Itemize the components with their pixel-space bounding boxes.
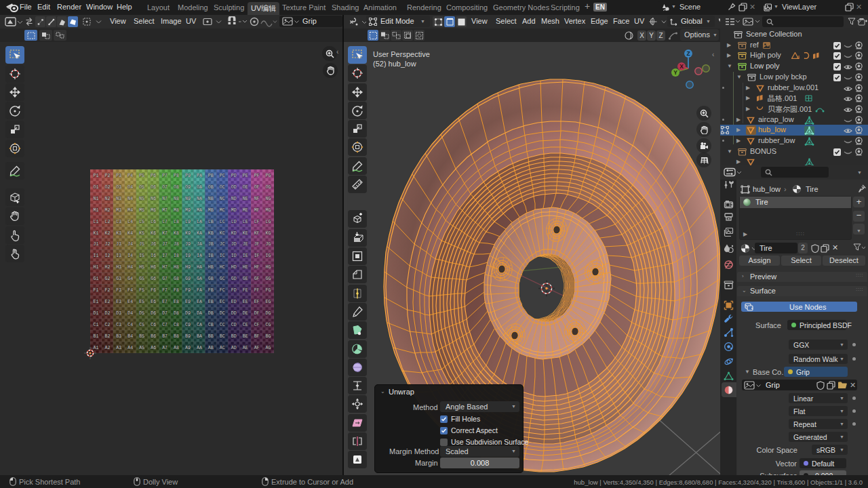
- svg-text:F5: F5: [139, 288, 144, 293]
- svg-text:NG: NG: [266, 197, 271, 201]
- svg-text:F8: F8: [174, 288, 179, 293]
- svg-text:BF: BF: [254, 334, 260, 339]
- svg-text:P1: P1: [94, 174, 99, 178]
- svg-text:HE: HE: [243, 265, 248, 270]
- svg-text:F4: F4: [127, 288, 133, 293]
- svg-text:K7: K7: [162, 231, 167, 236]
- svg-text:F2: F2: [104, 288, 110, 293]
- svg-text:KG: KG: [266, 231, 271, 236]
- svg-text:AE: AE: [243, 346, 248, 350]
- svg-text:X: X: [679, 63, 684, 70]
- svg-text:C7: C7: [162, 323, 167, 327]
- svg-text:FA: FA: [197, 288, 202, 293]
- svg-text:DF: DF: [254, 311, 260, 316]
- svg-text:E1: E1: [94, 300, 99, 304]
- svg-text:B9: B9: [185, 334, 191, 339]
- svg-text:P2: P2: [104, 174, 110, 178]
- svg-text:L5: L5: [139, 220, 144, 224]
- svg-text:LF: LF: [254, 220, 260, 224]
- svg-text:G5: G5: [139, 277, 144, 281]
- svg-text:JG: JG: [266, 242, 271, 247]
- svg-text:P3: P3: [116, 174, 121, 178]
- svg-text:LC: LC: [220, 220, 225, 224]
- svg-text:F7: F7: [162, 288, 167, 293]
- svg-text:O2: O2: [104, 185, 110, 190]
- svg-text:GG: GG: [266, 277, 271, 281]
- svg-text:L8: L8: [174, 220, 179, 224]
- svg-text:BB: BB: [208, 334, 214, 339]
- svg-text:FB: FB: [208, 288, 214, 293]
- svg-text:EA: EA: [197, 300, 202, 304]
- svg-text:L9: L9: [185, 220, 191, 224]
- svg-text:C5: C5: [139, 323, 144, 327]
- svg-text:GA: GA: [197, 277, 202, 281]
- svg-text:CA: CA: [197, 323, 202, 327]
- svg-text:G4: G4: [127, 277, 133, 281]
- svg-text:DD: DD: [231, 311, 237, 316]
- svg-text:GD: GD: [231, 277, 237, 281]
- svg-text:B6: B6: [151, 334, 156, 339]
- svg-text:B1: B1: [94, 334, 99, 339]
- svg-text:C4: C4: [127, 323, 133, 327]
- svg-text:FE: FE: [243, 288, 248, 293]
- svg-text:A5: A5: [139, 346, 144, 350]
- svg-text:GB: GB: [208, 277, 214, 281]
- svg-text:A2: A2: [104, 346, 110, 350]
- svg-text:PD: PD: [231, 174, 237, 178]
- svg-text:E2: E2: [104, 300, 110, 304]
- svg-text:OB: OB: [208, 185, 214, 190]
- svg-text:KC: KC: [220, 231, 225, 236]
- svg-text:I2: I2: [104, 253, 110, 258]
- svg-text:EE: EE: [243, 300, 248, 304]
- svg-text:MB: MB: [208, 208, 214, 213]
- svg-text:G7: G7: [162, 277, 167, 281]
- svg-text:BD: BD: [231, 334, 237, 339]
- svg-text:N5: N5: [139, 197, 144, 201]
- svg-text:CE: CE: [243, 323, 248, 327]
- svg-text:O8: O8: [174, 185, 179, 190]
- svg-text:Y: Y: [673, 69, 677, 76]
- svg-text:GC: GC: [220, 277, 225, 281]
- svg-text:K9: K9: [185, 231, 191, 236]
- svg-text:KA: KA: [197, 231, 202, 236]
- svg-text:ED: ED: [231, 300, 237, 304]
- svg-text:LD: LD: [231, 220, 237, 224]
- svg-text:A8: A8: [174, 346, 179, 350]
- svg-text:CF: CF: [254, 323, 260, 327]
- svg-text:EG: EG: [266, 300, 271, 304]
- svg-text:I5: I5: [139, 253, 144, 258]
- svg-text:I1: I1: [94, 253, 99, 258]
- svg-text:EB: EB: [208, 300, 214, 304]
- svg-text:FD: FD: [231, 288, 237, 293]
- svg-text:NB: NB: [208, 197, 214, 201]
- svg-text:E4: E4: [127, 300, 133, 304]
- svg-text:OD: OD: [231, 185, 237, 190]
- svg-text:L6: L6: [151, 220, 156, 224]
- svg-text:L7: L7: [162, 220, 167, 224]
- svg-text:F6: F6: [151, 288, 156, 293]
- svg-text:FG: FG: [266, 288, 271, 293]
- svg-text:M7: M7: [162, 208, 167, 213]
- svg-text:MG: MG: [266, 208, 271, 213]
- svg-text:FC: FC: [220, 288, 225, 293]
- svg-text:I3: I3: [116, 253, 121, 258]
- svg-text:MF: MF: [254, 208, 260, 213]
- svg-text:JD: JD: [231, 242, 237, 247]
- svg-text:D5: D5: [139, 311, 144, 316]
- svg-text:CC: CC: [220, 323, 225, 327]
- svg-text:O1: O1: [94, 185, 99, 190]
- svg-text:DG: DG: [266, 311, 271, 316]
- svg-text:AG: AG: [266, 346, 271, 350]
- svg-text:C3: C3: [116, 323, 121, 327]
- svg-text:P6: P6: [151, 174, 156, 178]
- svg-text:J5: J5: [139, 242, 144, 247]
- svg-text:L3: L3: [116, 220, 121, 224]
- svg-text:G8: G8: [174, 277, 179, 281]
- svg-text:NF: NF: [254, 197, 260, 201]
- svg-text:M5: M5: [139, 208, 144, 213]
- svg-text:J2: J2: [104, 242, 110, 247]
- svg-text:CG: CG: [266, 323, 271, 327]
- svg-text:D6: D6: [151, 311, 156, 316]
- svg-text:O6: O6: [151, 185, 156, 190]
- svg-text:N9: N9: [185, 197, 191, 201]
